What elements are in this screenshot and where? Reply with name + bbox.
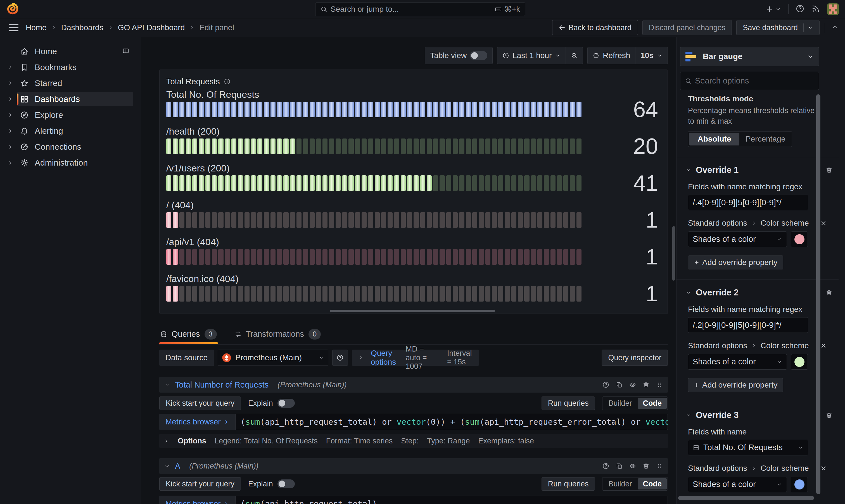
panel-horizontal-scrollbar[interactable]: [330, 310, 495, 312]
matcher-regex-input[interactable]: [688, 317, 808, 333]
options-vertical-scrollbar[interactable]: [816, 94, 821, 494]
close-icon[interactable]: [820, 465, 827, 472]
code-option[interactable]: Code: [638, 398, 667, 409]
matcher-regex-input[interactable]: [688, 195, 808, 210]
global-search-input[interactable]: Search or jump to... ⌘+k: [315, 2, 525, 16]
metrics-browser-button[interactable]: Metrics browser: [159, 496, 235, 504]
absolute-option[interactable]: Absolute: [689, 133, 739, 145]
trash-icon[interactable]: [826, 167, 832, 174]
trash-icon[interactable]: [826, 289, 832, 296]
sidebar-item-administration[interactable]: Administration: [0, 155, 141, 170]
kick-start-button[interactable]: Kick start your query: [159, 396, 241, 410]
options-scroll-area: Thresholds mode Percentage means thresho…: [676, 92, 839, 496]
user-avatar[interactable]: [827, 3, 839, 15]
query-inspector-button[interactable]: Query inspector: [602, 349, 668, 366]
percentage-option[interactable]: Percentage: [740, 133, 791, 145]
back-to-dashboard-button[interactable]: Back to dashboard: [552, 20, 638, 35]
help-icon[interactable]: [602, 381, 609, 388]
sidebar-item-home[interactable]: Home: [0, 43, 141, 59]
query-name[interactable]: A: [175, 462, 180, 471]
gauge-row: /api/v1 (404)1: [166, 236, 661, 265]
save-dashboard-button[interactable]: Save dashboard: [736, 20, 820, 35]
dock-menu-button[interactable]: [122, 48, 129, 55]
sidebar-item-explore[interactable]: Explore: [0, 107, 141, 123]
menu-toggle-button[interactable]: [9, 24, 18, 31]
help-icon[interactable]: [602, 463, 609, 469]
sidebar-item-dashboards[interactable]: Dashboards: [0, 91, 141, 107]
breadcrumb-dashboard-name[interactable]: GO API Dashboard: [118, 23, 185, 32]
color-scheme-select[interactable]: Shades of a color: [688, 354, 787, 370]
builder-option[interactable]: Builder: [603, 478, 637, 489]
sidebar-item-alerting[interactable]: Alerting: [0, 123, 141, 139]
chevron-down-icon: [686, 290, 691, 295]
drag-handle-icon[interactable]: [656, 463, 663, 469]
query-row-header[interactable]: A (Prometheus (Main)): [159, 458, 668, 474]
options-toggle[interactable]: Options: [178, 437, 206, 445]
add-override-property-button[interactable]: Add override property: [688, 255, 783, 269]
discard-panel-changes-button[interactable]: Discard panel changes: [642, 20, 732, 35]
kick-start-button[interactable]: Kick start your query: [159, 477, 241, 491]
collapse-toolbar-button[interactable]: [832, 24, 838, 32]
color-swatch-button[interactable]: [791, 232, 808, 247]
query-options-toggle[interactable]: Query options: [371, 349, 399, 366]
breadcrumb-home[interactable]: Home: [26, 23, 47, 32]
duplicate-icon[interactable]: [616, 381, 622, 388]
table-view-switch[interactable]: [470, 51, 487, 60]
grafana-logo-icon[interactable]: [7, 3, 18, 16]
add-new-button[interactable]: [765, 5, 781, 13]
close-icon[interactable]: [820, 342, 827, 349]
query-row-header[interactable]: Total Number of Requests (Prometheus (Ma…: [159, 377, 668, 393]
time-range-button[interactable]: Last 1 hour: [497, 47, 566, 64]
zoom-out-time-button[interactable]: [566, 47, 583, 64]
table-view-toggle[interactable]: Table view: [425, 47, 492, 64]
duplicate-icon[interactable]: [616, 463, 622, 469]
home-icon: [20, 47, 29, 56]
chevron-down-icon: [808, 25, 813, 31]
field-name-select[interactable]: Total No. Of Requests: [688, 440, 808, 455]
query-name[interactable]: Total Number of Requests: [175, 380, 268, 390]
prometheus-icon: [222, 353, 231, 362]
trash-icon[interactable]: [643, 463, 649, 469]
search-shortcut: ⌘+k: [495, 5, 520, 14]
breadcrumb-bar: Home Dashboards GO API Dashboard Edit pa…: [0, 18, 845, 37]
breadcrumb-dashboards[interactable]: Dashboards: [61, 23, 103, 32]
eye-icon[interactable]: [629, 463, 636, 469]
news-button[interactable]: [811, 4, 820, 14]
code-option[interactable]: Code: [638, 478, 667, 489]
drag-handle-icon[interactable]: [656, 381, 663, 388]
refresh-interval-button[interactable]: 10s: [635, 47, 668, 64]
info-icon[interactable]: [224, 78, 230, 85]
panel-header[interactable]: Total Requests: [166, 74, 661, 89]
color-scheme-select[interactable]: Shades of a color: [688, 232, 787, 247]
builder-option[interactable]: Builder: [603, 398, 637, 409]
visualization-picker[interactable]: Bar gauge: [680, 47, 819, 66]
sidebar-item-connections[interactable]: Connections: [0, 139, 141, 155]
metrics-browser-button[interactable]: Metrics browser: [159, 414, 235, 430]
tab-transformations[interactable]: Transformations 0: [234, 324, 322, 344]
help-button[interactable]: [796, 4, 804, 14]
sidebar-item-starred[interactable]: Starred: [0, 75, 141, 91]
datasource-picker[interactable]: Prometheus (Main): [218, 349, 328, 366]
main-vertical-scrollbar[interactable]: [672, 226, 675, 281]
add-override-property-button[interactable]: Add override property: [688, 378, 783, 392]
run-queries-button[interactable]: Run queries: [542, 477, 595, 491]
options-search-input[interactable]: [695, 76, 814, 86]
options-search[interactable]: [680, 72, 819, 90]
explain-switch[interactable]: [278, 399, 295, 408]
options-horizontal-scrollbar[interactable]: [678, 496, 814, 500]
tab-queries[interactable]: Queries 3: [159, 324, 218, 344]
datasource-help-button[interactable]: [332, 349, 348, 366]
color-scheme-select[interactable]: Shades of a color: [688, 476, 787, 492]
close-icon[interactable]: [820, 220, 827, 227]
refresh-button[interactable]: Refresh: [588, 47, 635, 64]
sidebar-item-bookmarks[interactable]: Bookmarks: [0, 59, 141, 75]
run-queries-button[interactable]: Run queries: [542, 396, 595, 410]
promql-editor[interactable]: (sum(api_http_request_total) or vector(0…: [235, 414, 668, 430]
trash-icon[interactable]: [826, 412, 832, 418]
eye-icon[interactable]: [629, 381, 636, 388]
promql-editor[interactable]: (sum(api_http_request_total): [235, 496, 668, 504]
color-swatch-button[interactable]: [791, 354, 808, 370]
trash-icon[interactable]: [643, 381, 649, 388]
color-swatch-button[interactable]: [791, 476, 808, 492]
explain-switch[interactable]: [278, 480, 295, 488]
